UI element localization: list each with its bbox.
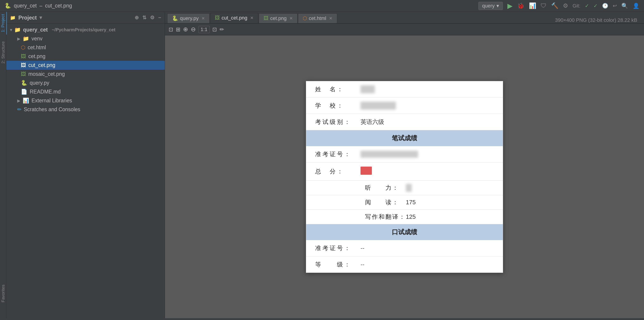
reading-label: 阅 读： <box>365 198 406 206</box>
exam-type-value: 英语六级 <box>360 118 494 126</box>
gear-icon[interactable]: ⚙ <box>150 15 154 21</box>
card-row-grade: 等 级： -- <box>306 256 503 273</box>
image-info-label: 390×400 PNG (32-bit color) 28.22 kB <box>555 17 642 23</box>
search-icon[interactable]: 🔍 <box>621 3 628 9</box>
fit-screen-icon[interactable]: ⊡ <box>168 26 173 33</box>
tab-label: query.py <box>180 16 199 21</box>
card-row-name: 姓 名： 王██ <box>306 81 503 98</box>
listening-value: 听 <box>406 184 412 192</box>
tab-close-icon[interactable]: ✕ <box>202 16 205 21</box>
tab-cet-png[interactable]: 🖼 cet.png ✕ <box>259 13 298 23</box>
git-clock-icon: 🕐 <box>602 3 608 9</box>
md-file-icon: 📄 <box>21 89 28 95</box>
tab-close-icon[interactable]: ✕ <box>329 16 332 21</box>
tab-close-icon[interactable]: ✕ <box>250 16 254 21</box>
tab-cet-html[interactable]: ⬡ cet.html ✕ <box>298 13 337 23</box>
project-header: 📁 Project ▾ ⊕ ⇅ ⚙ − <box>6 12 165 24</box>
file-name-label: query.py <box>30 80 50 86</box>
py-file-icon: 🐍 <box>21 80 28 86</box>
content-area: 🐍 query.py ✕ 🖼 cut_cet.png ✕ 🖼 cet.png ✕… <box>165 12 644 318</box>
tree-item-external-libraries[interactable]: ▶ 📊 External Libraries <box>6 96 165 105</box>
card-row-exam-id: 准考证号： ████ ████████ █ <box>306 146 503 163</box>
card-row-reading: 阅 读： 175 <box>306 195 503 210</box>
sidebar-item-favorites[interactable]: Favorites <box>0 282 6 304</box>
file-name-label: cet.png <box>28 53 45 59</box>
exam-type-label: 考试级别： <box>315 118 360 126</box>
sidebar-item-project[interactable]: 1: Project <box>0 12 7 35</box>
oral-id-label: 准考证号： <box>315 244 360 252</box>
run-config-label: query <box>482 3 495 9</box>
actual-size-btn[interactable]: 1:1 <box>198 26 210 33</box>
exam-id-blurred: ████ ████████ █ <box>360 151 418 158</box>
grade-value: -- <box>360 261 494 268</box>
card-row-total: 总 分： <box>306 163 503 181</box>
tree-item-cet-html[interactable]: ⬡ cet.html <box>6 43 165 52</box>
file-tree: ▾ 📁 query_cet ~/PycharmProjects/query_ce… <box>6 24 165 318</box>
name-value: 王██ <box>360 85 494 93</box>
sidebar-item-structure[interactable]: 2: Structure <box>0 39 6 66</box>
file-name-label: mosaic_cet.png <box>28 71 65 77</box>
tree-item-cet-png[interactable]: 🖼 cet.png <box>6 52 165 61</box>
school-blurred: 南京邮电大学 <box>360 102 396 110</box>
tab-label: cut_cet.png <box>222 15 248 21</box>
tree-item-cut-cet-png[interactable]: 🖼 cut_cet.png <box>6 61 165 70</box>
scratch-icon: ✏ <box>17 106 22 113</box>
grade-label: 等 级： <box>315 261 360 268</box>
reading-value: 175 <box>406 199 416 206</box>
png-tab-icon: 🖼 <box>215 15 220 21</box>
git-check2: ✓ <box>594 3 598 9</box>
settings-icon[interactable]: ⚙ <box>563 2 568 9</box>
tree-item-mosaic-cet-png[interactable]: 🖼 mosaic_cet.png <box>6 70 165 79</box>
tree-item-readme-md[interactable]: 📄 README.md <box>6 87 165 96</box>
image-canvas: 姓 名： 王██ 学 校： 南京邮电大学 考试级别： 英语六级 <box>165 35 644 318</box>
writing-label: 写作和翻译： <box>365 213 406 221</box>
written-section-header: 笔试成绩 <box>306 130 503 146</box>
name-label: 姓 名： <box>315 85 360 93</box>
minimize-icon[interactable]: − <box>158 15 161 21</box>
zoom-in-icon[interactable]: ⊕ <box>183 26 188 33</box>
project-panel: 📁 Project ▾ ⊕ ⇅ ⚙ − ▾ 📁 query_cet ~/Pych… <box>6 12 165 318</box>
tree-item-scratches-consoles[interactable]: ✏ Scratches and Consoles <box>6 105 165 114</box>
coverage-icon[interactable]: 🛡 <box>541 2 546 9</box>
git-undo-icon[interactable]: ↩ <box>613 3 617 9</box>
file-name-label: README.md <box>30 89 61 95</box>
total-value <box>360 167 494 176</box>
git-check1: ✓ <box>585 3 589 9</box>
root-path: ~/PycharmProjects/query_cet <box>52 27 116 33</box>
exam-id-value: ████ ████████ █ <box>360 151 494 158</box>
grid-view-icon[interactable]: ⊞ <box>176 26 180 33</box>
scratches-label: Scratches and Consoles <box>24 106 80 113</box>
tab-query-py[interactable]: 🐍 query.py ✕ <box>167 13 210 23</box>
project-name: query_cet <box>14 3 37 9</box>
left-side-strip: 1: Project 2: Structure Favorites <box>0 12 6 318</box>
add-file-icon[interactable]: ⊕ <box>134 15 139 21</box>
collapse-icon[interactable]: ⇅ <box>142 15 146 21</box>
tree-item-venv[interactable]: ▶ 📁 venv <box>6 34 165 43</box>
profile-icon[interactable]: 📊 <box>529 2 536 9</box>
png-file-icon: 🖼 <box>21 53 26 59</box>
png-file-icon: 🖼 <box>21 62 26 68</box>
color-picker-icon[interactable]: ✏ <box>220 26 224 33</box>
tree-root-item[interactable]: ▾ 📁 query_cet ~/PycharmProjects/query_ce… <box>6 26 165 34</box>
tree-item-query-py[interactable]: 🐍 query.py <box>6 79 165 87</box>
card-row-writing: 写作和翻译： 125 <box>306 210 503 224</box>
run-configuration-pill[interactable]: query ▾ <box>478 2 503 10</box>
debug-icon[interactable]: 🐞 <box>517 2 524 9</box>
tab-cut-cet-png[interactable]: 🖼 cut_cet.png ✕ <box>210 13 258 23</box>
project-settings-chevron[interactable]: ▾ <box>40 15 42 21</box>
folder-icon: 📁 <box>23 36 29 42</box>
card-row-exam-type: 考试级别： 英语六级 <box>306 114 503 130</box>
card-row-oral-id: 准考证号： -- <box>306 240 503 256</box>
zoom-out-icon[interactable]: ⊖ <box>191 26 196 33</box>
build-icon[interactable]: 🔨 <box>551 2 558 9</box>
user-icon[interactable]: 👤 <box>633 3 640 9</box>
tab-close-icon[interactable]: ✕ <box>289 16 293 21</box>
fit-window-icon[interactable]: ⊡ <box>212 26 217 33</box>
preview-card: 姓 名： 王██ 学 校： 南京邮电大学 考试级别： 英语六级 <box>306 81 503 273</box>
school-label: 学 校： <box>315 102 360 110</box>
png-tab-icon: 🖼 <box>264 16 268 21</box>
window-title-left: 🐍 query_cet – cut_cet.png <box>4 3 72 9</box>
tab-label: cet.html <box>309 16 326 21</box>
oral-id-value: -- <box>360 245 494 252</box>
run-button[interactable]: ▶ <box>507 2 512 10</box>
